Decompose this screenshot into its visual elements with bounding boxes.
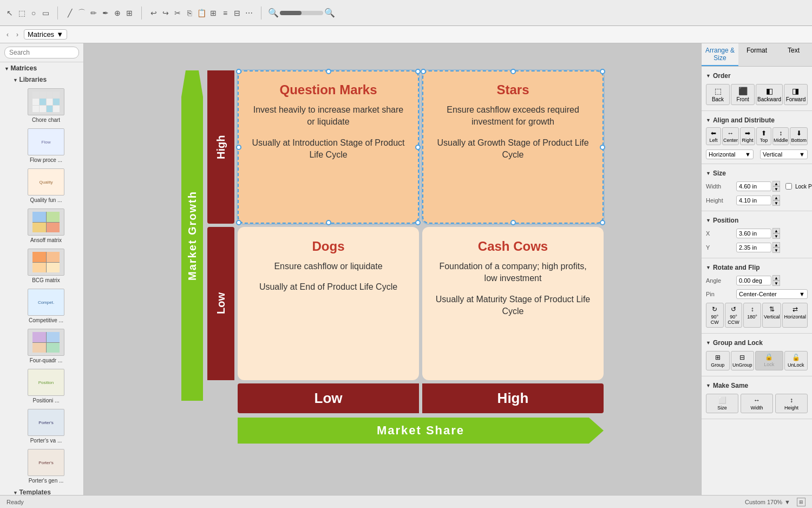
copy-tool[interactable]: ⎘ — [184, 8, 195, 18]
tab-text[interactable]: Text — [775, 43, 812, 66]
align-center-button[interactable]: ↔ Center — [722, 127, 739, 145]
stars-handle-tr[interactable] — [600, 69, 605, 74]
group-button[interactable]: ⊞ Group — [706, 351, 730, 370]
vertical-dropdown[interactable]: Vertical ▼ — [760, 149, 808, 159]
lock-proportions-checkbox[interactable] — [785, 183, 792, 190]
sidebar-item-bcg[interactable]: BCG matrix — [11, 246, 81, 285]
cursor-tool[interactable]: ⬚ — [16, 8, 27, 18]
stars-handle-tm[interactable] — [510, 69, 516, 74]
redo-tool[interactable]: ↪ — [160, 8, 171, 18]
quadrant-question-marks[interactable]: Question Marks Invest heavily to increas… — [238, 70, 419, 224]
lock-button[interactable]: 🔒 Lock — [755, 351, 783, 370]
handle-tr[interactable] — [415, 69, 421, 74]
arrow-tool[interactable]: ↖ — [4, 8, 15, 18]
rotate-90ccw-button[interactable]: ↺ 90° CCW — [725, 303, 743, 328]
pin-dropdown[interactable]: Center-Center ▼ — [736, 289, 808, 299]
align-middle-button[interactable]: ↕ Middle — [772, 127, 789, 145]
x-up[interactable]: ▲ — [772, 228, 780, 233]
stars-handle-br[interactable] — [600, 220, 605, 225]
height-up[interactable]: ▲ — [772, 195, 780, 200]
more-tool[interactable]: ⋯ — [244, 8, 254, 18]
sidebar-item-flow-proc[interactable]: Flow Flow proce ... — [11, 126, 81, 165]
handle-tm[interactable] — [326, 69, 331, 74]
pencil-tool[interactable]: ✒ — [100, 8, 111, 18]
templates-header[interactable]: Templates — [9, 487, 83, 495]
stars-handle-mr[interactable] — [600, 145, 605, 150]
nav-back[interactable]: ‹ — [4, 30, 11, 40]
nav-forward[interactable]: › — [14, 30, 21, 40]
make-same-header[interactable]: Make Same — [702, 380, 812, 392]
width-input[interactable] — [736, 181, 771, 191]
position-header[interactable]: Position — [702, 214, 812, 226]
make-same-height-button[interactable]: ↕ Height — [775, 394, 808, 413]
fit-view-button[interactable]: ⊞ — [797, 498, 806, 506]
make-same-size-button[interactable]: ⬜ Size — [706, 394, 738, 413]
quadrant-dogs[interactable]: Dogs Ensure cashflow or liquidate Usuall… — [238, 227, 419, 380]
handle-mr[interactable] — [415, 145, 421, 150]
y-up[interactable]: ▲ — [772, 242, 780, 248]
rotate-90cw-button[interactable]: ↻ 90° CW — [706, 303, 724, 328]
sidebar-item-ansoff[interactable]: Ansoff matrix — [11, 206, 81, 245]
align-left-button[interactable]: ⬅ Left — [706, 127, 721, 145]
line-tool[interactable]: ╱ — [64, 8, 75, 18]
forward-button[interactable]: ◨ Forward — [784, 84, 808, 105]
canvas-area[interactable]: Market Growth High Low — [84, 43, 701, 495]
ungroup-button[interactable]: ⊟ UnGroup — [731, 351, 755, 370]
angle-down[interactable]: ▼ — [772, 281, 780, 286]
height-input[interactable] — [736, 196, 771, 205]
zoom-in-icon[interactable]: 🔍 — [324, 8, 335, 18]
canvas[interactable]: Market Growth High Low — [162, 54, 623, 495]
handle-bl[interactable] — [236, 220, 241, 225]
handle-bm[interactable] — [326, 220, 331, 225]
x-down[interactable]: ▼ — [772, 233, 780, 239]
zoom-out-icon[interactable]: 🔍 — [268, 8, 279, 18]
sidebar-item-four-quadr[interactable]: Four-quadr ... — [11, 327, 81, 366]
y-down[interactable]: ▼ — [772, 248, 780, 253]
x-input[interactable] — [736, 229, 771, 238]
sidebar-item-porters-gen[interactable]: Porter's Porter's gen ... — [11, 447, 81, 486]
sidebar-item-chore-chart[interactable]: Chore chart — [11, 86, 81, 125]
oval-tool[interactable]: ○ — [28, 8, 39, 18]
quadrant-stars[interactable]: Stars Ensure cashflow exceeds required i… — [422, 70, 604, 224]
cut-tool[interactable]: ✂ — [172, 8, 183, 18]
zoom-control[interactable]: Custom 170% ▼ — [745, 499, 790, 505]
group-tool[interactable]: ⊞ — [208, 8, 219, 18]
size-header[interactable]: Size — [702, 167, 812, 179]
width-up[interactable]: ▲ — [772, 181, 780, 186]
height-down[interactable]: ▼ — [772, 200, 780, 206]
sidebar-item-quality-fun[interactable]: Quality Quality fun ... — [11, 166, 81, 205]
handle-br[interactable] — [415, 220, 421, 225]
dist-tool[interactable]: ⊟ — [232, 8, 243, 18]
rotate-180-button[interactable]: ↕ 180° — [743, 303, 761, 328]
horizontal-dropdown[interactable]: Horizontal ▼ — [706, 149, 754, 159]
make-same-width-button[interactable]: ↔ Width — [741, 394, 773, 413]
y-input[interactable] — [736, 243, 771, 252]
flip-horizontal-button[interactable]: ⇄ Horizontal — [782, 303, 808, 328]
paste-tool[interactable]: 📋 — [196, 8, 207, 18]
sidebar-item-positioni[interactable]: Position Positioni ... — [11, 367, 81, 406]
angle-up[interactable]: ▲ — [772, 275, 780, 281]
angle-input[interactable] — [736, 276, 771, 285]
align-top-button[interactable]: ⬆ Top — [756, 127, 771, 145]
rotate-header[interactable]: Rotate and Flip — [702, 262, 812, 273]
group-lock-header[interactable]: Group and Lock — [702, 337, 812, 349]
tab-arrange-size[interactable]: Arrange & Size — [702, 43, 738, 66]
stars-handle-bm[interactable] — [510, 220, 516, 225]
unlock-button[interactable]: 🔓 UnLock — [784, 351, 808, 370]
breadcrumb-matrices[interactable]: Matrices ▼ — [24, 29, 67, 40]
connect-tool[interactable]: ⊕ — [112, 8, 123, 18]
backward-button[interactable]: ◧ Backward — [756, 84, 783, 105]
back-button[interactable]: ⬚ Back — [706, 84, 730, 105]
align-header[interactable]: Align and Distribute — [702, 114, 812, 126]
width-down[interactable]: ▼ — [772, 186, 780, 192]
tab-format[interactable]: Format — [738, 43, 775, 66]
text-tool[interactable]: ⊞ — [124, 8, 135, 18]
matrices-section-header[interactable]: Matrices — [0, 62, 83, 74]
handle-ml[interactable] — [236, 145, 241, 150]
libraries-header[interactable]: Libraries — [9, 74, 83, 85]
quadrant-cash-cows[interactable]: Cash Cows Foundation of a company; high … — [422, 227, 604, 380]
flip-vertical-button[interactable]: ⇅ Vertical — [762, 303, 782, 328]
undo-tool[interactable]: ↩ — [148, 8, 159, 18]
search-input[interactable] — [4, 47, 79, 58]
curve-tool[interactable]: ⌒ — [76, 8, 87, 18]
